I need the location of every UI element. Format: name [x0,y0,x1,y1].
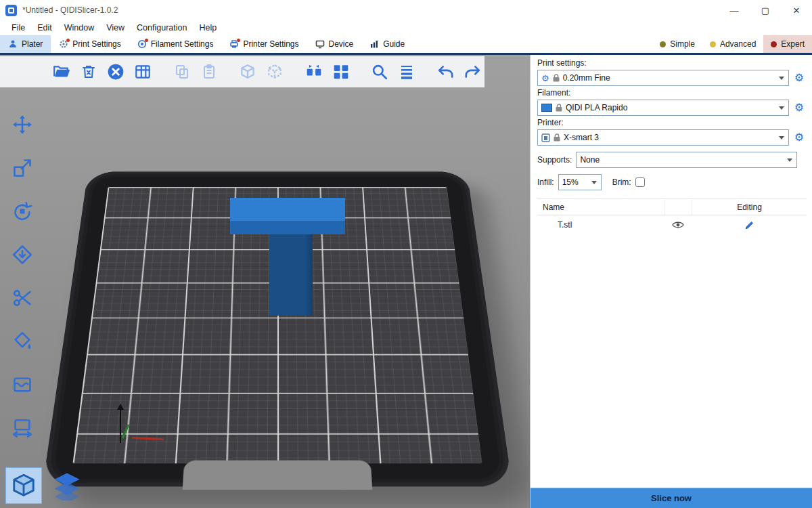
minimize-button[interactable]: — [719,0,750,20]
settings-sidebar: Print settings: ⚙ 0.20mm Fine ⚙ Filament… [531,55,812,508]
brim-checkbox[interactable] [635,177,645,187]
split-to-objects-button[interactable] [302,59,325,85]
menu-help[interactable]: Help [193,23,223,33]
brim-label: Brim: [612,177,631,187]
arrange-button[interactable] [131,59,155,85]
mode-label: Simple [670,39,695,49]
mode-label: Expert [781,39,805,49]
seam-tool-button[interactable] [5,369,39,400]
dropdown-caret-icon [779,136,784,142]
measure-tool-button[interactable] [5,412,39,443]
printer-value: X-smart 3 [564,133,599,142]
tab-print-settings[interactable]: Print Settings [51,35,129,53]
paint-supports-icon [12,331,32,352]
split-to-parts-button[interactable] [329,59,353,85]
mode-expert[interactable]: Expert [763,35,812,53]
plater-icon [8,39,18,49]
filament-combo[interactable]: QIDI PLA Rapido [537,100,789,116]
print-settings-gear-icon [59,39,68,49]
remove-instance-cube-icon [266,63,284,81]
paint-supports-tool-button[interactable] [5,326,39,356]
visibility-toggle[interactable] [664,215,692,234]
gizmo-toolbar [5,109,39,443]
tab-label: Print Settings [72,39,120,49]
undo-button[interactable] [434,59,457,85]
tab-plater[interactable]: Plater [0,35,51,53]
mode-advanced[interactable]: Advanced [702,35,763,53]
model-t-stem[interactable] [269,234,313,316]
menu-window[interactable]: Window [58,23,100,33]
scissors-icon [12,288,32,308]
tab-guide[interactable]: Guide [361,35,413,53]
printer-combo[interactable]: X-smart 3 [537,129,789,146]
tab-bar: Plater Print Settings Filament Settings … [0,35,812,55]
redo-button[interactable] [461,59,484,85]
column-header-visibility [664,199,692,215]
layer-height-icon [399,64,415,80]
copy-button[interactable] [170,59,194,85]
search-button[interactable] [368,59,392,85]
tab-filament-settings[interactable]: Filament Settings [129,35,222,53]
lock-icon [556,104,562,112]
menu-file[interactable]: File [5,23,31,33]
filament-spool-icon [137,39,147,49]
move-tool-button[interactable] [5,109,39,140]
variable-layer-height-button[interactable] [395,59,419,85]
scale-tool-button[interactable] [5,152,39,183]
printer-icon [229,39,239,49]
model-t-front-face[interactable] [230,221,345,234]
print-settings-combo[interactable]: ⚙ 0.20mm Fine [537,70,789,86]
add-instance-button[interactable] [236,59,260,85]
split-objects-icon [305,63,323,81]
column-header-name: Name [537,203,664,212]
place-on-face-icon [12,245,32,265]
undo-arrow-icon [437,63,455,81]
view-3d-button[interactable] [5,467,42,504]
edit-object-icon [744,220,754,230]
delete-object-button[interactable] [77,59,101,85]
view-layers-button[interactable] [49,467,85,504]
mode-simple[interactable]: Simple [652,35,702,53]
remove-instance-button[interactable] [263,59,287,85]
tab-label: Filament Settings [151,39,214,49]
scale-icon [12,158,32,178]
object-editing-button[interactable] [692,215,807,234]
paste-button[interactable] [197,59,221,85]
guide-bars-icon [369,39,379,49]
toolbar-separator [290,72,299,72]
object-row-t-stl[interactable]: T.stl [537,215,807,234]
supports-combo[interactable]: None [576,152,797,168]
filament-value: QIDI PLA Rapido [566,103,627,112]
delete-all-button[interactable] [104,59,128,85]
maximize-button[interactable]: ▢ [750,0,781,20]
menu-view[interactable]: View [100,23,131,33]
rotate-tool-button[interactable] [5,196,39,226]
tab-device[interactable]: Device [307,35,362,53]
object-list-header: Name Editing [537,199,807,215]
viewport-3d[interactable] [0,55,531,508]
bed-front-notch [183,461,373,490]
column-header-editing: Editing [692,199,807,215]
import-file-button[interactable] [50,59,74,85]
model-t-top-face[interactable] [230,198,345,221]
edit-print-settings-button[interactable]: ⚙ [792,72,807,83]
modified-dot-icon [66,39,70,42]
dropdown-caret-icon [787,158,792,165]
toolbar-separator [356,72,365,72]
menu-configuration[interactable]: Configuration [131,23,193,33]
place-on-face-tool-button[interactable] [5,239,39,270]
measure-icon [12,418,32,438]
lock-icon [553,74,560,82]
mode-switcher: Simple Advanced Expert [652,35,812,53]
slice-now-button[interactable]: Slice now [531,488,812,508]
tab-label: Printer Settings [243,39,298,49]
menu-edit[interactable]: Edit [31,23,58,33]
cut-tool-button[interactable] [5,282,39,313]
tab-printer-settings[interactable]: Printer Settings [221,35,307,53]
open-folder-icon [53,63,70,81]
edit-printer-button[interactable]: ⚙ [792,132,807,143]
close-button[interactable]: ✕ [781,0,812,20]
tab-label: Device [329,39,354,49]
infill-combo[interactable]: 15% [558,174,602,190]
edit-filament-button[interactable]: ⚙ [792,102,807,113]
